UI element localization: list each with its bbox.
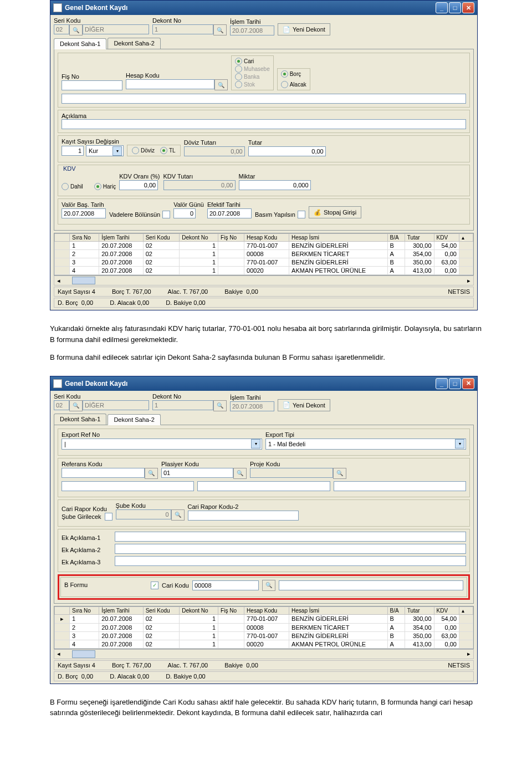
seri-kodu-input[interactable] (54, 24, 69, 34)
vertical-scrollbar[interactable]: ▴ (459, 234, 473, 242)
scroll-thumb[interactable] (72, 277, 95, 284)
col-isim[interactable]: Hesap İsmi (289, 234, 387, 242)
table-row[interactable]: 420.07.200802100020AKMAN PETROL ÜRÜNLEA4… (55, 267, 473, 275)
col-seri[interactable]: Seri Kodu (143, 234, 180, 242)
referans-input[interactable] (62, 468, 145, 478)
col-kdv[interactable]: KDV (434, 234, 459, 242)
ek3-input[interactable] (115, 556, 466, 566)
col-seri[interactable]: Seri Kodu (143, 606, 180, 614)
minimize-button[interactable]: _ (436, 2, 448, 13)
radio-borc[interactable] (281, 70, 288, 78)
yeni-dekont-button[interactable]: 📄 Yeni Dekont (278, 23, 330, 35)
scroll-right-icon[interactable]: ▸ (464, 277, 473, 284)
radio-banka[interactable] (235, 73, 242, 80)
bformu-checkbox[interactable]: ✓ (151, 582, 158, 589)
scroll-left-icon[interactable]: ◂ (54, 277, 63, 284)
col-sira[interactable]: Sıra No (70, 234, 99, 242)
yeni-dekont-button-2[interactable]: 📄 Yeni Dekont (278, 399, 330, 411)
col-hesap[interactable]: Hesap Kodu (244, 234, 289, 242)
tab-dekont-saha-2[interactable]: Dekont Saha-2 (108, 38, 160, 49)
islem-tarihi-input-2[interactable] (230, 401, 274, 411)
aciklama-input[interactable] (62, 119, 466, 129)
sube-girilecek-checkbox[interactable] (105, 513, 112, 521)
valor-gunu-input[interactable] (173, 208, 196, 218)
col-tutar[interactable]: Tutar (405, 234, 434, 242)
cari-kodu-input[interactable] (192, 580, 259, 590)
minimize-button-2[interactable]: _ (436, 378, 448, 389)
tab-dekont-saha-1[interactable]: Dekont Saha-1 (54, 38, 106, 49)
ek2-input[interactable] (115, 544, 466, 554)
efektif-tarihi-input[interactable] (207, 208, 252, 218)
titlebar[interactable]: Genel Dekont Kaydı _ □ ✕ (50, 1, 477, 15)
col-tutar[interactable]: Tutar (405, 606, 434, 614)
hesap-kodu-picker-icon[interactable]: 🔍 (214, 79, 228, 90)
table-row[interactable]: 120.07.2008021770-01-007BENZİN GİDERLERİ… (55, 242, 473, 250)
seri-kodu-picker-icon[interactable]: 🔍 (69, 24, 83, 35)
cari-kodu-picker-icon[interactable]: 🔍 (262, 580, 275, 591)
valor-bas-input[interactable] (62, 208, 106, 218)
close-button-2[interactable]: ✕ (462, 378, 474, 389)
seri-picker-2-icon[interactable]: 🔍 (69, 400, 83, 411)
table-row[interactable]: ▸120.07.2008021770-01-007BENZİN GİDERLER… (55, 614, 473, 623)
islem-tarihi-input[interactable] (230, 26, 274, 35)
radio-doviz[interactable] (132, 147, 139, 154)
cari-rapor2-input[interactable] (188, 511, 299, 521)
radio-haric[interactable] (94, 183, 101, 190)
export-ref-select[interactable]: |▾ (62, 438, 262, 450)
dekont-no-input-2[interactable] (152, 400, 213, 410)
vertical-scrollbar[interactable]: ▴ (459, 606, 473, 614)
referans-picker-icon[interactable]: 🔍 (145, 468, 158, 479)
dekont-picker-2-icon[interactable]: 🔍 (213, 400, 227, 411)
horizontal-scrollbar[interactable]: ◂ ▸ (54, 276, 474, 285)
dekont-no-picker-icon[interactable]: 🔍 (213, 24, 227, 35)
hesap-kodu-input[interactable] (126, 79, 214, 89)
maximize-button[interactable]: □ (449, 2, 461, 13)
radio-tl[interactable] (160, 147, 167, 154)
table-row[interactable]: 320.07.2008021770-01-007BENZİN GİDERLERİ… (55, 631, 473, 640)
fis-no-input[interactable] (62, 80, 122, 90)
tab-dekont-saha-2-w2[interactable]: Dekont Saha-2 (108, 414, 160, 425)
table-row[interactable]: 320.07.2008021770-01-007BENZİN GİDERLERİ… (55, 258, 473, 267)
col-ba[interactable]: B/A (387, 234, 405, 242)
radio-stok[interactable] (235, 81, 242, 88)
scroll-right-icon-2[interactable]: ▸ (464, 650, 473, 657)
vadelere-bolunsun-checkbox[interactable] (162, 211, 170, 218)
col-fis[interactable]: Fiş No (218, 606, 244, 614)
maximize-button-2[interactable]: □ (449, 378, 461, 389)
close-button[interactable]: ✕ (462, 2, 474, 13)
radio-cari[interactable] (235, 58, 242, 65)
dekont-no-input[interactable] (152, 24, 213, 34)
col-ba[interactable]: B/A (387, 606, 405, 614)
miktar-input[interactable] (239, 180, 311, 190)
kayit-sayisi-input[interactable] (62, 146, 84, 156)
ek1-input[interactable] (115, 532, 466, 542)
radio-muhasebe[interactable] (235, 65, 242, 73)
basim-yapilsin-checkbox[interactable] (298, 211, 305, 218)
col-tarih[interactable]: İşlem Tarihi (99, 606, 143, 614)
tab-dekont-saha-1-w2[interactable]: Dekont Saha-1 (54, 414, 106, 425)
kur-select[interactable]: Kur▾ (86, 145, 124, 156)
table-row[interactable]: 220.07.200802100008BERKMEN TİCARETA354,0… (55, 623, 473, 631)
col-tarih[interactable]: İşlem Tarihi (99, 234, 143, 242)
table-row[interactable]: 420.07.200802100020AKMAN PETROL ÜRÜNLEA4… (55, 640, 473, 648)
radio-dahil[interactable] (62, 183, 69, 190)
scroll-left-icon-2[interactable]: ◂ (54, 650, 63, 657)
plasiyer-input[interactable] (161, 468, 233, 478)
export-tipi-select[interactable]: 1 - Mal Bedeli▾ (265, 438, 466, 450)
scroll-thumb-2[interactable] (72, 650, 95, 658)
col-fis[interactable]: Fiş No (218, 234, 244, 242)
table-row[interactable]: 220.07.200802100008BERKMEN TİCARETA354,0… (55, 250, 473, 258)
horizontal-scrollbar-2[interactable]: ◂ ▸ (54, 649, 474, 659)
tutar-input[interactable] (248, 146, 326, 156)
radio-alacak[interactable] (281, 81, 288, 88)
col-isim[interactable]: Hesap İsmi (289, 606, 387, 614)
seri-kodu-input-2[interactable] (54, 400, 69, 410)
col-hesap[interactable]: Hesap Kodu (244, 606, 289, 614)
titlebar-2[interactable]: Genel Dekont Kaydı _ □ ✕ (50, 376, 477, 391)
stopaj-girisi-button[interactable]: 💰 Stopaj Girişi (309, 206, 361, 218)
plasiyer-picker-icon[interactable]: 🔍 (233, 468, 247, 479)
col-dekont[interactable]: Dekont No (180, 606, 218, 614)
kdv-orani-input[interactable] (119, 180, 158, 190)
col-dekont[interactable]: Dekont No (180, 234, 218, 242)
col-kdv[interactable]: KDV (434, 606, 459, 614)
